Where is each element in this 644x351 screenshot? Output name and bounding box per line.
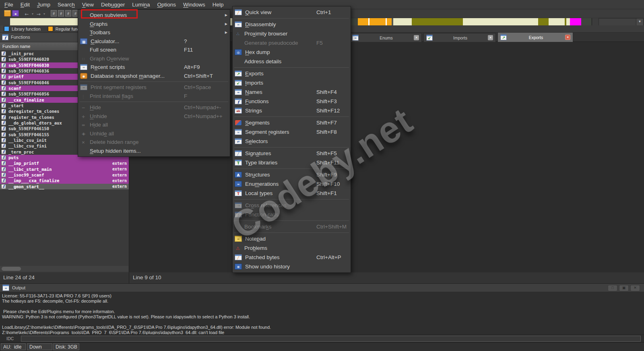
menubar-item[interactable]: Jump <box>33 1 54 8</box>
menu-item[interactable]: Delete hidden range <box>78 138 229 147</box>
scrollbar-thumb[interactable] <box>2 267 21 271</box>
menu-item[interactable]: Signatures Shift+F5 <box>233 149 350 158</box>
close-icon[interactable] <box>630 285 640 291</box>
menu-item[interactable]: Hex dump <box>233 48 350 57</box>
navband-segment[interactable] <box>538 18 549 26</box>
menu-item[interactable]: Graph Overview <box>78 54 229 63</box>
toolbar-grid-3-icon[interactable] <box>65 10 71 17</box>
navband-segment[interactable] <box>369 18 386 26</box>
menu-item[interactable]: Hide all <box>78 120 229 129</box>
idc-input[interactable] <box>21 336 641 342</box>
menu-item[interactable]: Show undo history <box>233 262 350 271</box>
menu-item[interactable]: Unhide Ctrl+Numpad++ <box>78 112 229 121</box>
back-history-icon[interactable] <box>31 10 34 16</box>
menu-item[interactable]: Hide Ctrl+Numpad+- <box>78 103 229 112</box>
menu-item[interactable]: Imports <box>233 78 350 87</box>
menu-shortcut: Ctrl+Numpad+- <box>184 104 221 110</box>
menu-item[interactable]: Toolbars <box>78 28 229 37</box>
navband-segment[interactable] <box>549 18 565 26</box>
function-name: __cxa_finalize <box>8 98 44 102</box>
navband-segment[interactable] <box>387 18 392 26</box>
tab[interactable]: Imports <box>423 33 496 42</box>
tab[interactable]: Enums <box>349 33 422 42</box>
print-flags-icon <box>80 93 87 99</box>
menubar-item[interactable]: Options <box>154 1 180 8</box>
navband-segment[interactable] <box>463 18 538 26</box>
menu-item[interactable]: Setup hidden items... <box>78 147 229 156</box>
maximize-icon[interactable] <box>608 285 617 291</box>
menu-item[interactable]: Database snapshot manager... Ctrl+Shift+… <box>78 72 229 81</box>
menubar-item[interactable]: Help <box>209 1 227 8</box>
menu-item[interactable]: Type libraries Shift+F11 <box>233 158 350 167</box>
menubar-item[interactable]: View <box>78 1 97 8</box>
function-row[interactable]: __isoc99_scanf extern <box>0 172 129 178</box>
menu-item[interactable]: Segment registers Shift+F8 <box>233 127 350 137</box>
menu-item[interactable]: Functions Shift+F3 <box>233 97 350 106</box>
navband-segment[interactable] <box>570 18 581 26</box>
tab[interactable]: Exports <box>497 32 573 42</box>
menu-item[interactable]: Segments Shift+F7 <box>233 118 350 127</box>
function-row[interactable]: __imp___cxa_finalize extern <box>0 178 129 183</box>
float-window-icon[interactable] <box>619 285 629 291</box>
menu-item[interactable]: Names Shift+F4 <box>233 87 350 97</box>
function-row[interactable]: __libc_start_main extern <box>0 166 129 172</box>
toolbar-grid-1-icon[interactable] <box>51 10 57 17</box>
menu-item[interactable]: Cross references <box>233 201 350 210</box>
menu-item[interactable]: Patched bytes Ctrl+Alt+P <box>233 253 350 262</box>
menubar-item[interactable]: Debugger <box>97 1 128 8</box>
menu-item[interactable]: Generate pseudocode F5 <box>233 38 350 48</box>
menu-item[interactable]: Graphs <box>78 20 229 29</box>
open-file-icon[interactable] <box>4 10 11 17</box>
menu-shortcut: Ctrl+Shift+M <box>316 224 347 230</box>
menu-item[interactable]: Quick view Ctrl+1 <box>233 8 350 17</box>
tab-close-icon[interactable] <box>565 35 570 40</box>
menubar-item[interactable]: Search <box>54 1 78 8</box>
menu-item[interactable]: Full screen F11 <box>78 46 229 54</box>
menu-item[interactable]: Problems <box>233 243 350 253</box>
menubar-item[interactable]: Edit <box>17 1 33 8</box>
chevron-down-icon[interactable]: ▼ <box>636 18 644 26</box>
function-row[interactable]: __gmon_start__ extern <box>0 184 129 189</box>
save-database-icon[interactable] <box>12 10 19 17</box>
menu-item[interactable]: Local types Shift+F1 <box>233 189 350 198</box>
function-name: __imp_printf <box>8 161 39 166</box>
menu-item[interactable]: Enumerations Shift+F10 <box>233 179 350 189</box>
menu-item[interactable]: Notepad <box>233 234 350 243</box>
menubar-item[interactable]: Lumina <box>128 1 153 8</box>
menu-item[interactable]: Print internal flags F <box>78 92 229 101</box>
menu-item[interactable]: Bookmarks Ctrl+Shift+M <box>233 222 350 231</box>
menu-item[interactable]: Function calls <box>233 210 350 219</box>
navband-segment[interactable] <box>412 18 463 26</box>
navband-range-dropdown[interactable] <box>599 18 638 26</box>
function-row[interactable]: __imp_printf extern <box>0 160 129 166</box>
menu-item[interactable]: Print segment registers Ctrl+Space <box>78 83 229 92</box>
menu-item[interactable]: Calculator... ? <box>78 37 229 46</box>
submenu-arrow-icon <box>225 20 227 29</box>
tab-close-icon[interactable] <box>414 35 419 40</box>
annotation-highlight-box <box>81 9 138 19</box>
menubar-item[interactable]: File <box>1 1 17 8</box>
menu-item[interactable]: Strings Shift+F12 <box>233 106 350 115</box>
menu-item[interactable]: Exports <box>233 69 350 78</box>
menu-item[interactable]: Unhide all <box>78 129 229 138</box>
back-icon[interactable] <box>24 10 30 16</box>
navband-segment[interactable] <box>351 18 358 26</box>
function-extern-label: extern <box>112 167 127 171</box>
navband-segment[interactable] <box>581 18 591 26</box>
menu-item[interactable]: Disassembly <box>233 20 350 29</box>
tab-close-icon[interactable] <box>488 35 493 40</box>
menu-item[interactable]: Selectors <box>233 137 350 146</box>
navband-segment[interactable] <box>566 18 570 26</box>
navband-segment[interactable] <box>358 18 368 26</box>
menu-item[interactable]: Recent scripts Alt+F9 <box>78 63 229 72</box>
toolbar-grid-2-icon[interactable] <box>58 10 64 17</box>
menubar-item[interactable]: Windows <box>180 1 209 8</box>
menu-item[interactable]: Structures Shift+F9 <box>233 170 350 179</box>
forward-history-icon[interactable] <box>43 10 46 16</box>
navband-segment[interactable] <box>393 18 412 26</box>
menu-item[interactable]: Address details <box>233 57 350 66</box>
menu-item[interactable]: Proximity browser <box>233 29 350 38</box>
forward-icon[interactable] <box>35 10 41 16</box>
horizontal-scrollbar[interactable] <box>0 266 128 272</box>
legend-drag-handle[interactable] <box>0 25 3 32</box>
